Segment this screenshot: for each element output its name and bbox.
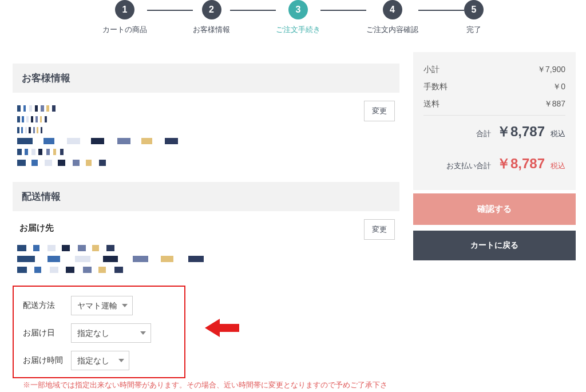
- subtotal-value: ￥7,900: [537, 65, 565, 75]
- annotation-arrow-icon: [205, 317, 239, 339]
- step-label: カートの商品: [102, 25, 147, 35]
- step-2: 2 お客様情報: [193, 0, 230, 35]
- pay-suffix: 税込: [551, 161, 565, 171]
- step-5: 5 完了: [464, 0, 484, 35]
- change-destination-button[interactable]: 変更: [364, 219, 395, 240]
- fee-value: ￥0: [553, 82, 565, 92]
- step-connector: [147, 10, 193, 11]
- step-circle-active: 3: [288, 0, 308, 19]
- step-label: ご注文内容確認: [366, 25, 418, 35]
- delivery-method-select[interactable]: ヤマト運輸: [71, 296, 133, 315]
- step-circle: 5: [464, 0, 484, 19]
- total-suffix: 税込: [551, 129, 565, 139]
- destination-heading: お届け先: [19, 223, 54, 233]
- subtotal-label: 小計: [423, 65, 440, 75]
- step-circle: 1: [115, 0, 134, 19]
- delivery-note: ※一部地域では指定出来ない時間帯があります。その場合、近い時間帯に変更となります…: [23, 381, 399, 392]
- delivery-time-label: お届け時間: [23, 355, 71, 366]
- step-label-active: ご注文手続き: [276, 25, 320, 35]
- delivery-options-box: 配送方法 ヤマト運輸 お届け日 指定なし お届け時間 指定なし: [13, 286, 185, 378]
- customer-info-masked: [17, 101, 364, 171]
- delivery-date-select[interactable]: 指定なし: [71, 323, 151, 343]
- step-connector: [418, 10, 464, 11]
- order-summary-panel: 小計 ￥7,900 手数料 ￥0 送料 ￥887 合計 ￥8,787 税込 お支…: [413, 52, 576, 190]
- step-label: お客様情報: [193, 25, 230, 35]
- step-label: 完了: [466, 25, 481, 35]
- svg-marker-0: [205, 319, 239, 337]
- step-4: 4 ご注文内容確認: [366, 0, 418, 35]
- step-circle: 4: [383, 0, 402, 19]
- delivery-time-select[interactable]: 指定なし: [71, 351, 129, 370]
- back-to-cart-button[interactable]: カートに戻る: [413, 231, 576, 260]
- destination-info-masked: [13, 245, 399, 286]
- step-1: 1 カートの商品: [102, 0, 147, 35]
- fee-label: 手数料: [423, 82, 448, 92]
- total-label: 合計: [476, 129, 491, 139]
- step-3: 3 ご注文手続き: [276, 0, 320, 35]
- shipfee-label: 送料: [423, 99, 440, 109]
- shipping-info-heading: 配送情報: [13, 182, 399, 211]
- step-circle: 2: [202, 0, 221, 19]
- delivery-date-label: お届け日: [23, 328, 71, 338]
- customer-info-heading: お客様情報: [13, 64, 399, 93]
- step-connector: [230, 10, 276, 11]
- step-connector: [320, 10, 366, 11]
- shipfee-value: ￥887: [544, 99, 565, 109]
- delivery-method-label: 配送方法: [23, 300, 71, 311]
- pay-value: ￥8,787: [497, 155, 545, 173]
- progress-stepper: 1 カートの商品 2 お客様情報 3 ご注文手続き 4 ご注文内容確認 5 完了: [0, 0, 586, 52]
- total-value: ￥8,787: [497, 122, 545, 141]
- pay-label: お支払い合計: [446, 161, 491, 171]
- confirm-button[interactable]: 確認する: [413, 193, 576, 225]
- change-customer-button[interactable]: 変更: [364, 101, 395, 121]
